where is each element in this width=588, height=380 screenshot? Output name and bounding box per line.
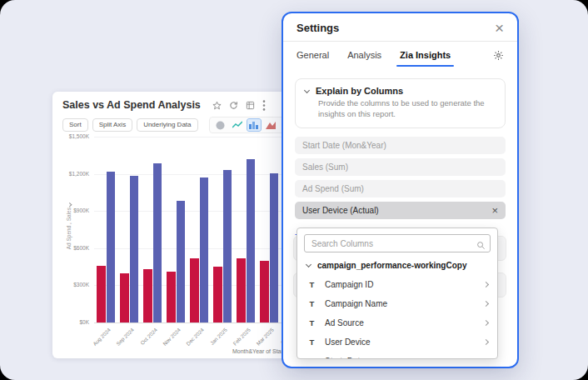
x-axis-title[interactable]: Month&Year of Start Date (94, 348, 304, 354)
chevron-right-icon (483, 320, 489, 326)
underlying-data-button[interactable]: Underlying Data (137, 118, 197, 132)
area-chart-icon[interactable] (264, 119, 277, 131)
bar-ad-spend[interactable] (120, 273, 129, 322)
column-label: Campaign ID (325, 280, 484, 289)
y-axis-tick-label: $600K (52, 245, 89, 251)
y-axis-tick-label: $0K (52, 319, 89, 325)
table-group-header[interactable]: campaign_performance-workingCopy (297, 255, 497, 275)
dialog-tabs: General Analysis Zia Insights (283, 42, 517, 68)
bar-ad-spend[interactable] (167, 272, 176, 322)
line-chart-icon[interactable] (231, 119, 244, 131)
bar-ad-spend[interactable] (237, 258, 246, 322)
section-description: Provide the columns to be used to genera… (318, 98, 496, 120)
settings-dialog: Settings × General Analysis Zia Insights… (282, 12, 519, 368)
bar-sales[interactable] (153, 163, 162, 322)
chevron-down-icon (304, 88, 310, 93)
text-type-icon: T (306, 280, 317, 289)
column-label: Start_Date (325, 357, 484, 359)
refresh-icon[interactable] (229, 101, 238, 110)
chevron-right-icon (483, 339, 489, 345)
y-axis-tick-label: $1,200K (52, 171, 89, 177)
y-axis-tick-label: $300K (52, 282, 89, 288)
bar-ad-spend[interactable] (260, 261, 269, 322)
bar-chart-icon[interactable] (247, 119, 261, 131)
dialog-body: Explain by Columns Provide the columns t… (283, 68, 517, 241)
explain-by-columns-section: Explain by Columns Provide the columns t… (295, 78, 506, 128)
gridline (94, 137, 304, 138)
chevron-down-icon (67, 202, 71, 207)
explain-column-field[interactable]: User Device (Actual)× (295, 202, 506, 219)
tab-general[interactable]: General (296, 42, 329, 68)
section-header[interactable]: Explain by Columns (305, 86, 496, 96)
gear-icon[interactable] (493, 50, 504, 61)
explain-columns-list: Start Date (Mon&Year)Sales (Sum)Ad Spend… (295, 137, 506, 219)
text-type-icon: T (306, 299, 317, 308)
bar-ad-spend[interactable] (143, 269, 152, 322)
column-list-item[interactable]: TCampaign Name (297, 294, 497, 313)
explain-column-field[interactable]: Ad Spend (Sum) (295, 180, 506, 198)
column-list: TCampaign IDTCampaign NameTAd SourceTUse… (297, 275, 497, 359)
more-icon[interactable] (262, 100, 266, 111)
pie-chart-icon[interactable] (214, 119, 227, 131)
bar-ad-spend[interactable] (213, 267, 222, 322)
section-title: Explain by Columns (316, 86, 403, 96)
sort-button[interactable]: Sort (62, 118, 88, 132)
dialog-title: Settings (296, 22, 339, 34)
column-picker-popup: campaign_performance-workingCopy TCampai… (296, 228, 498, 359)
chevron-right-icon (483, 358, 489, 359)
column-label: Ad Source (325, 318, 484, 328)
column-label: User Device (325, 338, 484, 347)
dialog-header: Settings × (283, 13, 517, 41)
column-label: Campaign Name (325, 299, 484, 308)
explain-column-field[interactable]: Sales (Sum) (295, 158, 506, 176)
column-list-item[interactable]: TUser Device (297, 332, 497, 352)
chevron-down-icon (306, 261, 311, 267)
tab-analysis[interactable]: Analysis (347, 42, 381, 68)
chevron-right-icon (483, 301, 489, 307)
search-input[interactable] (304, 234, 491, 252)
tab-zia-insights[interactable]: Zia Insights (400, 42, 451, 68)
search-box (304, 234, 491, 252)
y-axis-tick-label: $900K (52, 208, 89, 213)
table-name: campaign_performance-workingCopy (317, 261, 466, 270)
bar-sales[interactable] (107, 172, 116, 322)
bar-ad-spend[interactable] (97, 266, 106, 322)
bar-sales[interactable] (200, 178, 209, 322)
chevron-right-icon (483, 282, 489, 288)
y-axis-title[interactable]: Ad Spend , Sales (66, 172, 72, 281)
bar-ad-spend[interactable] (190, 258, 199, 322)
field-label: Ad Spend (Sum) (302, 184, 364, 193)
y-axis-tick-label: $1,500K (52, 133, 89, 139)
bar-sales[interactable] (130, 176, 139, 322)
gridline (94, 322, 304, 323)
bar-sales[interactable] (247, 159, 256, 322)
table-icon[interactable] (246, 101, 255, 110)
split-axis-button[interactable]: Split Axis (92, 118, 132, 132)
column-list-item[interactable]: TCampaign ID (297, 275, 497, 294)
text-type-icon: T (306, 318, 317, 328)
remove-icon[interactable]: × (491, 205, 498, 216)
date-type-icon (306, 358, 317, 360)
bar-sales[interactable] (177, 201, 186, 322)
column-list-item[interactable]: Start_Date (297, 352, 497, 359)
bar-sales[interactable] (270, 173, 279, 322)
search-icon (476, 238, 486, 253)
close-icon[interactable]: × (495, 22, 504, 34)
star-icon[interactable] (212, 101, 222, 110)
chart-title: Sales vs Ad Spend Analysis (62, 99, 201, 111)
app-background: Sales vs Ad Spend Analysis Sort Split Ax… (0, 0, 588, 380)
field-label: Start Date (Mon&Year) (302, 141, 386, 150)
explain-column-field[interactable]: Start Date (Mon&Year) (295, 137, 506, 154)
column-list-item[interactable]: TAd Source (297, 313, 497, 332)
bar-sales[interactable] (223, 170, 232, 322)
bar-chart-plot: Aug 2024Sep 2024Oct 2024Nov 2024Dec 2024… (94, 137, 304, 322)
chart-header-icons (212, 100, 266, 111)
text-type-icon: T (306, 338, 317, 347)
field-label: Sales (Sum) (302, 162, 348, 172)
field-label: User Device (Actual) (302, 206, 379, 215)
